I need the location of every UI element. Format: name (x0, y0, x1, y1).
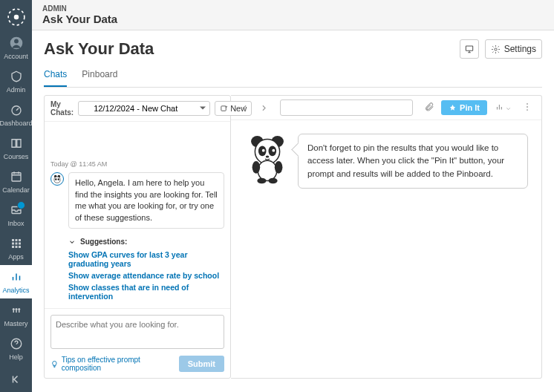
tab-chats[interactable]: Chats (44, 66, 67, 87)
chart-type-button[interactable] (492, 102, 515, 114)
nav-label: Dashboard (0, 120, 33, 127)
suggestion-item[interactable]: Show GPA curves for last 3 year graduati… (68, 249, 224, 270)
message-timestamp: Today @ 11:45 AM (50, 160, 224, 168)
chat-selector[interactable] (78, 101, 210, 116)
courses-icon (9, 136, 24, 151)
svg-point-29 (527, 106, 528, 108)
account-icon (9, 36, 24, 50)
nav-mastery[interactable]: Mastery (0, 298, 32, 332)
tips-link[interactable]: Tips on effective prompt composition (50, 356, 179, 372)
panda-mascot-icon (244, 134, 290, 184)
my-chats-label: My Chats: (50, 100, 74, 117)
workspace: My Chats: New Today @ 11:45 AM (44, 95, 542, 379)
assistant-message: Hello, Angela. I am here to help you fin… (50, 172, 224, 229)
nav-label: Account (4, 53, 28, 60)
svg-point-3 (14, 39, 19, 44)
app-logo (7, 7, 26, 27)
submit-button[interactable]: Submit (179, 356, 224, 372)
paperclip-icon (424, 102, 434, 112)
assistant-avatar-icon (50, 172, 64, 186)
lightbulb-icon (50, 360, 59, 368)
svg-point-40 (252, 161, 261, 174)
nav-analytics[interactable]: Analytics (0, 265, 32, 298)
prev-result-button[interactable] (237, 100, 252, 115)
svg-point-27 (58, 179, 59, 181)
svg-rect-10 (12, 243, 14, 245)
nav-admin[interactable]: Admin (0, 65, 32, 98)
present-button[interactable] (460, 39, 479, 59)
svg-point-39 (258, 160, 277, 180)
chart-icon (495, 102, 505, 112)
nav-inbox[interactable]: Inbox (0, 198, 32, 232)
prompt-input[interactable] (50, 315, 224, 349)
svg-point-30 (527, 109, 528, 111)
nav-label: Analytics (2, 287, 29, 294)
nav-label: Admin (7, 86, 26, 94)
svg-rect-15 (19, 246, 21, 248)
svg-point-1 (13, 15, 19, 20)
chevron-down-icon (505, 105, 512, 112)
calendar-icon (9, 169, 24, 184)
help-icon (9, 336, 24, 351)
nav-label: Apps (8, 253, 24, 261)
main-column: ADMIN Ask Your Data Ask Your Data Settin… (32, 0, 554, 392)
svg-rect-8 (15, 239, 17, 241)
suggestions-toggle[interactable]: Suggestions: (68, 238, 224, 246)
svg-point-25 (54, 177, 60, 183)
svg-point-21 (495, 48, 497, 50)
pin-it-button[interactable]: Pin It (441, 100, 487, 115)
nav-help[interactable]: Help (0, 332, 32, 365)
svg-rect-20 (466, 46, 472, 50)
page-header: ADMIN Ask Your Data (32, 0, 554, 30)
nav-label: Help (9, 353, 23, 361)
suggestion-item[interactable]: Show classes that are in need of interve… (68, 281, 224, 302)
tab-pinboard[interactable]: Pinboard (82, 66, 117, 87)
admin-icon (9, 69, 24, 84)
intro-bubble: Don't forget to pin the results that you… (298, 134, 528, 189)
svg-rect-13 (12, 246, 14, 248)
svg-rect-12 (19, 243, 21, 245)
attach-button[interactable] (422, 102, 437, 114)
svg-point-16 (12, 308, 14, 310)
svg-rect-7 (12, 239, 14, 241)
nav-apps[interactable]: Apps (0, 232, 32, 265)
gear-icon (491, 45, 501, 54)
settings-label: Settings (504, 44, 536, 54)
svg-point-18 (18, 308, 20, 310)
kebab-icon (522, 102, 532, 112)
new-chat-icon (220, 105, 228, 113)
page-content: Ask Your Data Settings Chats Pinboard (32, 30, 554, 392)
svg-point-17 (15, 308, 17, 310)
more-menu-button[interactable] (519, 102, 535, 114)
page-title: Ask Your Data (44, 39, 154, 59)
nav-label: Courses (4, 153, 29, 160)
inbox-icon (9, 203, 24, 218)
result-panel: Pin It (231, 95, 542, 379)
svg-rect-14 (15, 246, 17, 248)
analytics-icon (9, 270, 24, 284)
svg-point-38 (266, 155, 270, 157)
svg-point-42 (257, 178, 266, 184)
header-title: Ask Your Data (42, 13, 544, 25)
svg-point-28 (527, 102, 528, 104)
nav-calendar[interactable]: Calendar (0, 165, 32, 198)
svg-point-26 (55, 179, 56, 181)
nav-courses[interactable]: Courses (0, 131, 32, 165)
suggestion-item[interactable]: Show average attendance rate by school (68, 270, 224, 281)
nav-label: Mastery (4, 320, 27, 327)
svg-point-36 (262, 149, 265, 152)
nav-account[interactable]: Account (0, 31, 32, 65)
dashboard-icon (9, 102, 24, 117)
collapse-nav-button[interactable] (10, 365, 23, 392)
settings-button[interactable]: Settings (485, 39, 542, 59)
suggestions-header: Suggestions: (80, 238, 127, 246)
chat-messages: Today @ 11:45 AM Hello, Angela. I am her… (45, 122, 230, 308)
svg-rect-5 (12, 173, 21, 181)
nav-dashboard[interactable]: Dashboard (0, 98, 32, 131)
svg-point-43 (269, 178, 278, 184)
svg-rect-9 (19, 239, 21, 241)
next-result-button[interactable] (256, 100, 271, 115)
mastery-icon (9, 303, 24, 318)
result-search-input[interactable] (280, 99, 413, 116)
apps-icon (9, 236, 24, 251)
